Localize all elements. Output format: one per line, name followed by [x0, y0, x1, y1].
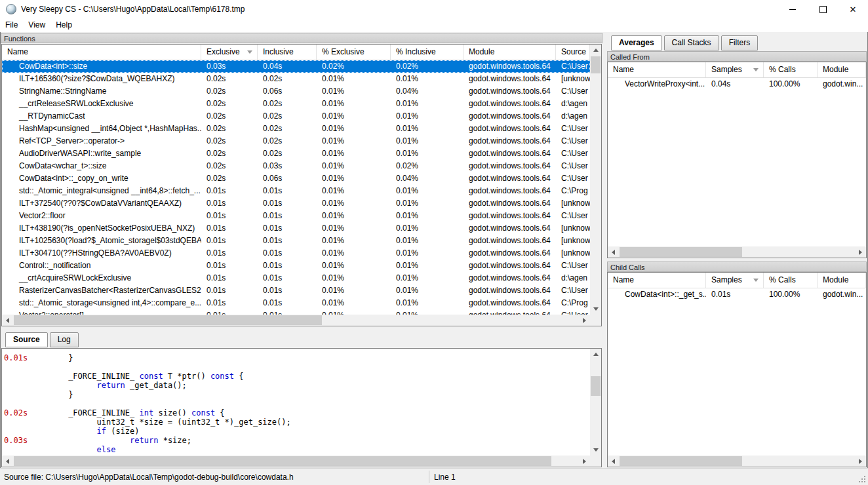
cell-source: [unknow: [556, 73, 590, 85]
horizontal-scrollbar-thumb[interactable]: [14, 456, 551, 466]
menu-item-file[interactable]: File: [0, 18, 23, 32]
table-row[interactable]: std::_Atomic_storage<unsigned int,4>::co…: [2, 297, 590, 309]
scroll-right-button[interactable]: [579, 315, 590, 326]
table-row[interactable]: __crtAcquireSRWLockExclusive0.01s0.01s0.…: [2, 272, 590, 284]
scroll-left-button[interactable]: [2, 315, 13, 326]
column-header-calls[interactable]: % Calls: [764, 62, 818, 77]
scroll-down-button[interactable]: [590, 444, 601, 456]
cell-exclusive: 0.02s: [201, 160, 258, 172]
column-header-name[interactable]: Name: [608, 273, 706, 288]
sample-time-label: 0.01s: [4, 353, 28, 362]
cell-exclusive: 0.01%: [317, 172, 391, 185]
menu-bar: FileViewHelp: [0, 18, 868, 32]
table-row[interactable]: CowData<int>::size0.03s0.04s0.02%0.02%go…: [2, 60, 590, 73]
source-horizontal-scrollbar[interactable]: [2, 456, 590, 467]
column-header-exclusive[interactable]: Exclusive: [201, 45, 258, 60]
code-text: }: [2, 390, 73, 399]
scroll-right-button[interactable]: [855, 456, 866, 467]
column-header-inclusive[interactable]: % Inclusive: [391, 45, 464, 60]
table-row[interactable]: ILT+304710(??HStringQEBA?AV0AEBV0Z)0.01s…: [2, 247, 590, 260]
sort-descending-icon: [753, 279, 759, 282]
table-row[interactable]: ILT+165360(?size?$CowData_WQEBAHXZ)0.02s…: [2, 73, 590, 85]
cell-exclusive: 0.01%: [317, 222, 391, 235]
table-row[interactable]: __RTDynamicCast0.02s0.02s0.01%0.01%godot…: [2, 110, 590, 123]
table-row[interactable]: AudioDriverWASAPI::write_sample0.02s0.02…: [2, 147, 590, 160]
scroll-up-button[interactable]: [590, 45, 601, 56]
table-row[interactable]: HashMap<unsigned __int64,Object *,HashMa…: [2, 123, 590, 135]
table-row[interactable]: ILT+372540(??0?$CowDataVVariantQEAAXZ)0.…: [2, 197, 590, 210]
source-vertical-scrollbar[interactable]: [590, 349, 601, 456]
column-header-module[interactable]: Module: [464, 45, 556, 60]
child-calls-horizontal-scrollbar[interactable]: [608, 456, 866, 467]
tab-filters[interactable]: Filters: [721, 35, 759, 50]
cell-module: godot.windows.tools.64: [464, 85, 556, 98]
cell-inclusive: 0.02s: [258, 110, 317, 123]
table-row[interactable]: CowData<wchar_t>::size0.02s0.03s0.01%0.0…: [2, 160, 590, 172]
scroll-left-button[interactable]: [2, 456, 13, 467]
horizontal-scrollbar-thumb[interactable]: [620, 247, 742, 257]
column-header-inclusive[interactable]: Inclusive: [258, 45, 317, 60]
column-header-samples[interactable]: Samples: [706, 273, 764, 288]
scroll-left-button[interactable]: [608, 246, 619, 258]
horizontal-scrollbar-thumb[interactable]: [620, 456, 742, 466]
close-button[interactable]: ✕: [838, 0, 868, 18]
cell-exclusive: 0.01%: [317, 197, 391, 210]
table-row[interactable]: Vector2::operator[]0.01s0.01s0.01%0.01%g…: [2, 309, 590, 315]
cell-source: [unknow: [556, 222, 590, 235]
functions-horizontal-scrollbar[interactable]: [2, 315, 590, 326]
column-header-source[interactable]: Source: [556, 45, 590, 60]
functions-vertical-scrollbar[interactable]: [590, 45, 601, 315]
called-from-horizontal-scrollbar[interactable]: [608, 246, 866, 258]
cell-exclusive: 0.02%: [317, 60, 391, 73]
table-row[interactable]: CowData<int>::_get_s...0.01s100.00%godot…: [608, 288, 866, 301]
cell-exclusive: 0.01%: [317, 85, 391, 98]
table-row[interactable]: CowData<int>::_copy_on_write0.02s0.06s0.…: [2, 172, 590, 185]
cell-exclusive: 0.01s: [201, 197, 258, 210]
table-row[interactable]: VectorWriteProxy<int...0.04s100.00%godot…: [608, 78, 866, 90]
table-row[interactable]: RasterizerCanvasBatcher<RasterizerCanvas…: [2, 284, 590, 297]
minimize-button[interactable]: [778, 0, 808, 18]
cell-exclusive: 0.01%: [317, 73, 391, 85]
scroll-down-button[interactable]: [590, 303, 601, 315]
column-header-name[interactable]: Name: [608, 62, 706, 77]
tab-call-stacks[interactable]: Call Stacks: [664, 35, 719, 50]
vertical-scrollbar-thumb[interactable]: [591, 376, 601, 396]
column-header-samples[interactable]: Samples: [706, 62, 764, 77]
table-row[interactable]: __crtReleaseSRWLockExclusive0.02s0.02s0.…: [2, 98, 590, 110]
column-header-label: Exclusive: [207, 47, 240, 56]
column-header-module[interactable]: Module: [818, 62, 866, 77]
scroll-left-icon: [612, 459, 615, 464]
scroll-left-button[interactable]: [608, 456, 619, 467]
column-header-module[interactable]: Module: [818, 273, 866, 288]
horizontal-scrollbar-thumb[interactable]: [14, 315, 322, 325]
table-row[interactable]: ILT+1025630(?load?$_Atomic_storagel$03st…: [2, 235, 590, 247]
table-row[interactable]: std::_Atomic_integral<unsigned __int64,8…: [2, 185, 590, 197]
column-header-calls[interactable]: % Calls: [764, 273, 818, 288]
menu-item-view[interactable]: View: [23, 18, 50, 32]
column-header-label: Inclusive: [263, 47, 294, 56]
scroll-right-button[interactable]: [855, 246, 866, 258]
cell-module: godot.windows.tools.64: [464, 172, 556, 185]
table-row[interactable]: Vector2::floor0.01s0.01s0.01%0.01%godot.…: [2, 210, 590, 222]
cell-exclusive: 0.01%: [317, 284, 391, 297]
column-header-name[interactable]: Name: [2, 45, 201, 60]
table-row[interactable]: Ref<TCP_Server>::operator->0.02s0.02s0.0…: [2, 135, 590, 147]
code-line: else: [2, 445, 590, 454]
cell-name: Vector2::floor: [2, 210, 201, 222]
tab-source[interactable]: Source: [5, 332, 48, 347]
resize-grip[interactable]: [859, 476, 865, 482]
cell-exclusive: 0.02s: [201, 123, 258, 135]
child-calls-table-body: CowData<int>::_get_s...0.01s100.00%godot…: [608, 288, 866, 456]
column-header-exclusive[interactable]: % Exclusive: [317, 45, 391, 60]
scroll-right-button[interactable]: [579, 456, 590, 467]
vertical-scrollbar-thumb[interactable]: [591, 56, 601, 73]
table-row[interactable]: StringName::StringName0.02s0.06s0.01%0.0…: [2, 85, 590, 98]
tab-averages[interactable]: Averages: [611, 35, 662, 50]
scroll-up-button[interactable]: [590, 349, 601, 360]
table-row[interactable]: Control::_notification0.01s0.01s0.01%0.0…: [2, 260, 590, 272]
tab-log[interactable]: Log: [50, 332, 79, 347]
table-row[interactable]: ILT+438190(?is_openNetSocketPosixUEBA_NX…: [2, 222, 590, 235]
maximize-button[interactable]: [808, 0, 838, 18]
menu-item-help[interactable]: Help: [50, 18, 77, 32]
scroll-left-icon: [6, 318, 9, 323]
